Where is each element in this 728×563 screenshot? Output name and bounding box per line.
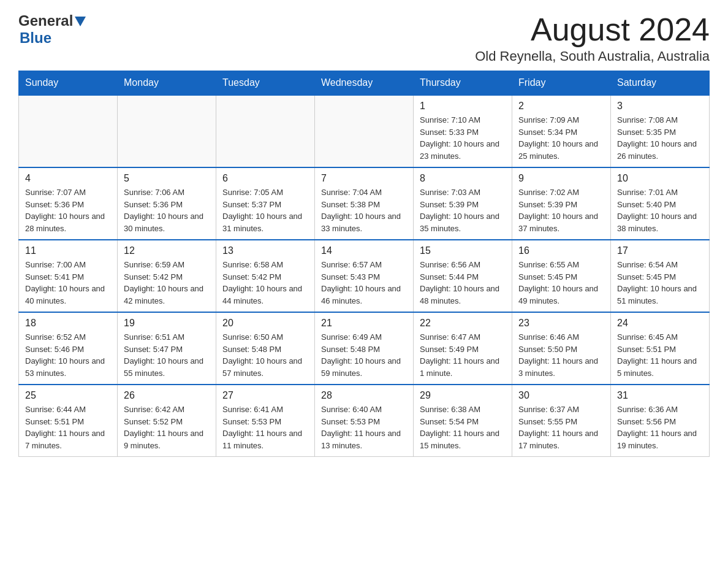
day-sun-info: Sunrise: 7:04 AMSunset: 5:38 PMDaylight:…	[321, 186, 407, 234]
calendar-table: SundayMondayTuesdayWednesdayThursdayFrid…	[18, 71, 710, 457]
day-sun-info: Sunrise: 6:45 AMSunset: 5:51 PMDaylight:…	[617, 331, 703, 379]
calendar-day-cell: 4Sunrise: 7:07 AMSunset: 5:36 PMDaylight…	[19, 167, 118, 240]
day-number: 16	[518, 245, 604, 256]
calendar-day-cell: 2Sunrise: 7:09 AMSunset: 5:34 PMDaylight…	[512, 95, 611, 167]
day-number: 14	[321, 245, 407, 256]
day-sun-info: Sunrise: 6:56 AMSunset: 5:44 PMDaylight:…	[420, 259, 506, 307]
day-number: 26	[124, 390, 210, 401]
day-number: 18	[25, 318, 111, 329]
day-number: 10	[617, 173, 703, 184]
day-of-week-header: Monday	[118, 71, 216, 96]
calendar-header-row: SundayMondayTuesdayWednesdayThursdayFrid…	[19, 71, 710, 96]
day-number: 20	[222, 318, 308, 329]
day-number: 13	[222, 245, 308, 256]
calendar-day-cell: 7Sunrise: 7:04 AMSunset: 5:38 PMDaylight…	[315, 167, 414, 240]
day-sun-info: Sunrise: 7:01 AMSunset: 5:40 PMDaylight:…	[617, 186, 703, 234]
day-number: 24	[617, 318, 703, 329]
calendar-day-cell: 15Sunrise: 6:56 AMSunset: 5:44 PMDayligh…	[414, 240, 512, 312]
day-sun-info: Sunrise: 7:08 AMSunset: 5:35 PMDaylight:…	[617, 114, 703, 162]
calendar-day-cell: 28Sunrise: 6:40 AMSunset: 5:53 PMDayligh…	[315, 385, 414, 457]
calendar-day-cell: 11Sunrise: 7:00 AMSunset: 5:41 PMDayligh…	[19, 240, 118, 312]
calendar-day-cell: 17Sunrise: 6:54 AMSunset: 5:45 PMDayligh…	[611, 240, 710, 312]
calendar-day-cell: 14Sunrise: 6:57 AMSunset: 5:43 PMDayligh…	[315, 240, 414, 312]
day-sun-info: Sunrise: 6:42 AMSunset: 5:52 PMDaylight:…	[124, 404, 210, 451]
calendar-day-cell: 21Sunrise: 6:49 AMSunset: 5:48 PMDayligh…	[315, 312, 414, 385]
calendar-day-cell: 25Sunrise: 6:44 AMSunset: 5:51 PMDayligh…	[19, 385, 118, 457]
calendar-day-cell: 5Sunrise: 7:06 AMSunset: 5:36 PMDaylight…	[118, 167, 216, 240]
calendar-day-cell: 22Sunrise: 6:47 AMSunset: 5:49 PMDayligh…	[414, 312, 512, 385]
calendar-day-cell: 24Sunrise: 6:45 AMSunset: 5:51 PMDayligh…	[611, 312, 710, 385]
calendar-day-cell: 12Sunrise: 6:59 AMSunset: 5:42 PMDayligh…	[118, 240, 216, 312]
day-sun-info: Sunrise: 6:40 AMSunset: 5:53 PMDaylight:…	[321, 404, 407, 451]
day-sun-info: Sunrise: 6:57 AMSunset: 5:43 PMDaylight:…	[321, 259, 407, 307]
day-number: 15	[420, 245, 506, 256]
day-sun-info: Sunrise: 6:55 AMSunset: 5:45 PMDaylight:…	[518, 259, 604, 307]
day-number: 25	[25, 390, 111, 401]
calendar-day-cell: 23Sunrise: 6:46 AMSunset: 5:50 PMDayligh…	[512, 312, 611, 385]
day-sun-info: Sunrise: 6:54 AMSunset: 5:45 PMDaylight:…	[617, 259, 703, 307]
calendar-day-cell	[118, 95, 216, 167]
day-sun-info: Sunrise: 6:50 AMSunset: 5:48 PMDaylight:…	[222, 331, 308, 379]
day-of-week-header: Thursday	[414, 71, 512, 96]
day-number: 9	[518, 173, 604, 184]
svg-marker-0	[75, 17, 86, 26]
day-number: 23	[518, 318, 604, 329]
header-title-block: August 2024 Old Reynella, South Australi…	[475, 12, 710, 64]
day-sun-info: Sunrise: 7:07 AMSunset: 5:36 PMDaylight:…	[25, 186, 111, 234]
day-of-week-header: Tuesday	[216, 71, 315, 96]
calendar-day-cell: 10Sunrise: 7:01 AMSunset: 5:40 PMDayligh…	[611, 167, 710, 240]
calendar-day-cell: 18Sunrise: 6:52 AMSunset: 5:46 PMDayligh…	[19, 312, 118, 385]
logo-general-text: General	[18, 12, 73, 29]
day-number: 11	[25, 245, 111, 256]
day-number: 22	[420, 318, 506, 329]
day-number: 17	[617, 245, 703, 256]
day-sun-info: Sunrise: 7:00 AMSunset: 5:41 PMDaylight:…	[25, 259, 111, 307]
day-sun-info: Sunrise: 6:58 AMSunset: 5:42 PMDaylight:…	[222, 259, 308, 307]
calendar-day-cell: 13Sunrise: 6:58 AMSunset: 5:42 PMDayligh…	[216, 240, 315, 312]
calendar-day-cell: 9Sunrise: 7:02 AMSunset: 5:39 PMDaylight…	[512, 167, 611, 240]
day-number: 31	[617, 390, 703, 401]
day-number: 21	[321, 318, 407, 329]
calendar-day-cell	[315, 95, 414, 167]
calendar-week-row: 11Sunrise: 7:00 AMSunset: 5:41 PMDayligh…	[19, 240, 710, 312]
day-sun-info: Sunrise: 6:47 AMSunset: 5:49 PMDaylight:…	[420, 331, 506, 379]
day-sun-info: Sunrise: 7:02 AMSunset: 5:39 PMDaylight:…	[518, 186, 604, 234]
day-of-week-header: Wednesday	[315, 71, 414, 96]
logo-arrow-icon	[75, 17, 86, 29]
day-sun-info: Sunrise: 6:38 AMSunset: 5:54 PMDaylight:…	[420, 404, 506, 451]
day-number: 12	[124, 245, 210, 256]
day-number: 5	[124, 173, 210, 184]
calendar-day-cell: 1Sunrise: 7:10 AMSunset: 5:33 PMDaylight…	[414, 95, 512, 167]
day-number: 8	[420, 173, 506, 184]
day-of-week-header: Sunday	[19, 71, 118, 96]
day-number: 28	[321, 390, 407, 401]
day-number: 6	[222, 173, 308, 184]
logo: General Blue	[18, 12, 86, 47]
calendar-day-cell: 31Sunrise: 6:36 AMSunset: 5:56 PMDayligh…	[611, 385, 710, 457]
day-sun-info: Sunrise: 7:05 AMSunset: 5:37 PMDaylight:…	[222, 186, 308, 234]
day-number: 1	[420, 101, 506, 112]
calendar-week-row: 18Sunrise: 6:52 AMSunset: 5:46 PMDayligh…	[19, 312, 710, 385]
calendar-day-cell: 8Sunrise: 7:03 AMSunset: 5:39 PMDaylight…	[414, 167, 512, 240]
day-number: 27	[222, 390, 308, 401]
day-number: 2	[518, 101, 604, 112]
day-sun-info: Sunrise: 6:49 AMSunset: 5:48 PMDaylight:…	[321, 331, 407, 379]
calendar-day-cell	[216, 95, 315, 167]
calendar-week-row: 25Sunrise: 6:44 AMSunset: 5:51 PMDayligh…	[19, 385, 710, 457]
day-sun-info: Sunrise: 7:03 AMSunset: 5:39 PMDaylight:…	[420, 186, 506, 234]
calendar-day-cell: 6Sunrise: 7:05 AMSunset: 5:37 PMDaylight…	[216, 167, 315, 240]
month-title: August 2024	[475, 12, 710, 47]
location-subtitle: Old Reynella, South Australia, Australia	[475, 48, 710, 64]
day-of-week-header: Friday	[512, 71, 611, 96]
day-sun-info: Sunrise: 6:51 AMSunset: 5:47 PMDaylight:…	[124, 331, 210, 379]
day-sun-info: Sunrise: 6:46 AMSunset: 5:50 PMDaylight:…	[518, 331, 604, 379]
calendar-day-cell: 20Sunrise: 6:50 AMSunset: 5:48 PMDayligh…	[216, 312, 315, 385]
day-sun-info: Sunrise: 6:59 AMSunset: 5:42 PMDaylight:…	[124, 259, 210, 307]
day-sun-info: Sunrise: 6:37 AMSunset: 5:55 PMDaylight:…	[518, 404, 604, 451]
calendar-day-cell	[19, 95, 118, 167]
day-sun-info: Sunrise: 6:41 AMSunset: 5:53 PMDaylight:…	[222, 404, 308, 451]
calendar-day-cell: 30Sunrise: 6:37 AMSunset: 5:55 PMDayligh…	[512, 385, 611, 457]
day-number: 29	[420, 390, 506, 401]
calendar-day-cell: 29Sunrise: 6:38 AMSunset: 5:54 PMDayligh…	[414, 385, 512, 457]
page-header: General Blue August 2024 Old Reynella, S…	[18, 12, 710, 64]
